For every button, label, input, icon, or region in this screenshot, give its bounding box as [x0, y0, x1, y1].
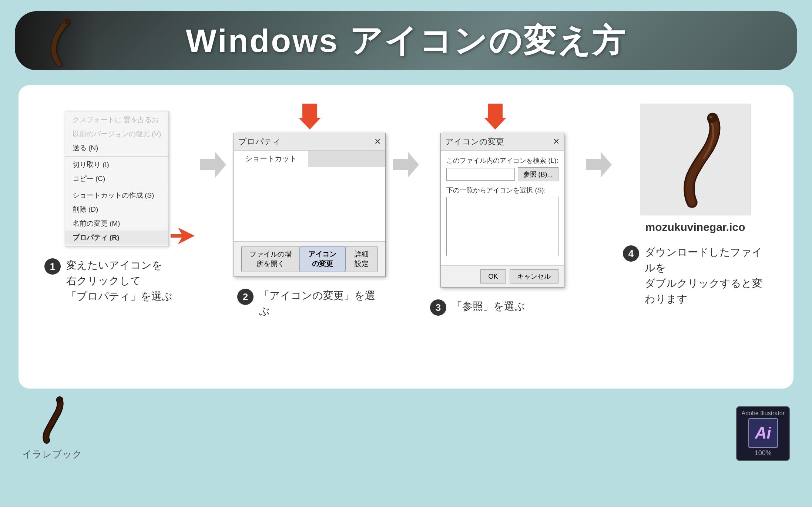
step-1-wrapper: クスフォートに 置を占るお 以前のバージョンの復元 (V) 送る (N) 切り取…: [41, 104, 193, 304]
step-2-description: 「アイコンの変更」を選ぶ: [259, 288, 382, 319]
icon-dialog-footer: OK キャンセル: [441, 265, 564, 287]
icon-dialog-close-button[interactable]: ✕: [553, 137, 560, 147]
red-arrow-down-3: [484, 104, 521, 131]
icon-cancel-button[interactable]: キャンセル: [510, 269, 558, 283]
context-menu-item: 名前の変更 (M): [65, 216, 169, 231]
result-image: [640, 104, 751, 215]
red-arrow-indicator: [171, 228, 195, 246]
steps-row: クスフォートに 置を占るお 以前のバージョンの復元 (V) 送る (N) 切り取…: [41, 104, 771, 370]
context-menu-item: 送る (N): [65, 141, 169, 155]
icon-dialog-titlebar: アイコンの変更 ✕: [441, 133, 564, 151]
header-banner: Windows アイコンの変え方: [15, 11, 797, 70]
icon-dialog-title: アイコンの変更: [445, 136, 504, 147]
dialog-footer: ファイルの場所を開く アイコンの変更 詳細設定: [234, 241, 385, 276]
dialog-titlebar: プロパティ ✕: [234, 133, 385, 151]
step-4-label-row: 4 ダウンロードしたファイルをダブルクリックすると変わります: [619, 245, 771, 307]
page-title: Windows アイコンの変え方: [186, 19, 626, 63]
step-2-label-row: 2 「アイコンの変更」を選ぶ: [234, 288, 386, 319]
context-menu-item: コピー (C): [65, 172, 169, 186]
ai-icon-text: Ai: [755, 424, 771, 442]
step-3-label-row: 3 「参照」を選ぶ: [426, 299, 578, 316]
page-background: Windows アイコンの変え方 クスフォートに 置を占るお 以前のバージョンの…: [0, 0, 812, 507]
details-button[interactable]: 詳細設定: [345, 246, 378, 272]
svg-marker-1: [171, 228, 195, 244]
svg-marker-3: [299, 104, 321, 130]
icon-list-label: 下の一覧からアイコンを選択 (S):: [446, 186, 558, 195]
shortcut-tab[interactable]: ショートカット: [234, 151, 308, 167]
context-menu-item: ショートカットの作成 (S): [65, 188, 169, 202]
step-1-label-row: 1 変えたいアイコンを右クリックして「プロパティ」を選ぶ: [41, 258, 193, 304]
open-location-button[interactable]: ファイルの場所を開く: [241, 246, 300, 272]
step-3-wrapper: アイコンの変更 ✕ このファイル内のアイコンを検索 (L): 参照 (B)...…: [426, 104, 578, 316]
step-arrow-1: [193, 152, 234, 178]
context-menu-item: 切り取り (I): [65, 158, 169, 172]
bottom-section: イラレブック Adobe Illustrator Ai 100%: [15, 389, 797, 464]
dialog-close-button[interactable]: ✕: [374, 137, 381, 147]
ai-badge: Adobe Illustrator Ai 100%: [736, 406, 790, 461]
step-1-description: 変えたいアイコンを右クリックして「プロパティ」を選ぶ: [66, 258, 172, 304]
properties-menu-item[interactable]: プロパティ (R): [65, 231, 169, 245]
ai-badge-percent: 100%: [741, 449, 785, 457]
step-1-badge: 1: [44, 258, 61, 275]
svg-marker-6: [586, 152, 612, 178]
result-filename: mozukuvinegar.ico: [645, 221, 745, 234]
menu-separator: [65, 187, 169, 187]
context-menu: クスフォートに 置を占るお 以前のバージョンの復元 (V) 送る (N) 切り取…: [65, 111, 169, 246]
svg-marker-4: [393, 152, 419, 178]
icon-search-label: このファイル内のアイコンを検索 (L):: [446, 156, 558, 165]
step-2-badge: 2: [237, 289, 254, 305]
main-content-area: クスフォートに 置を占るお 以前のバージョンの復元 (V) 送る (N) 切り取…: [19, 85, 793, 389]
red-arrow-down-2: [299, 104, 321, 131]
icon-search-input[interactable]: [446, 168, 514, 181]
ai-badge-label: Adobe Illustrator: [741, 410, 785, 417]
step-4-badge: 4: [623, 245, 639, 262]
step-arrow-3: [578, 152, 619, 178]
dialog-title: プロパティ: [238, 136, 281, 147]
svg-marker-2: [200, 152, 226, 178]
svg-marker-5: [484, 104, 506, 130]
menu-separator: [65, 156, 169, 157]
svg-point-8: [709, 116, 712, 118]
step-2-wrapper: プロパティ ✕ ショートカット ファイルの場所を開く アイコンの変更 詳細設定: [234, 104, 386, 319]
step-4-wrapper: mozukuvinegar.ico 4 ダウンロードしたファイルをダブルクリック…: [619, 104, 771, 307]
context-menu-item: 以前のバージョンの復元 (V): [65, 127, 169, 141]
browse-button[interactable]: 参照 (B)...: [518, 167, 558, 181]
icon-change-dialog: アイコンの変更 ✕ このファイル内のアイコンを検索 (L): 参照 (B)...…: [440, 133, 564, 288]
bottom-left: イラレブック: [22, 396, 82, 461]
context-menu-item: クスフォートに 置を占るお: [65, 113, 169, 127]
icon-list-area: [446, 197, 558, 256]
header-worm-image: [30, 15, 85, 70]
icon-search-row: 参照 (B)...: [446, 167, 558, 181]
context-menu-item: 削除 (D): [65, 202, 169, 216]
step-arrow-2: [386, 152, 426, 178]
brand-name: イラレブック: [22, 448, 82, 461]
step-3-badge: 3: [430, 299, 446, 316]
step-3-description: 「参照」を選ぶ: [452, 299, 525, 314]
dialog-body: [234, 167, 385, 241]
change-icon-button[interactable]: アイコンの変更: [300, 246, 345, 272]
icon-ok-button[interactable]: OK: [480, 269, 506, 283]
dialog-tab-bar: ショートカット: [234, 151, 385, 167]
properties-dialog: プロパティ ✕ ショートカット ファイルの場所を開く アイコンの変更 詳細設定: [234, 133, 386, 277]
icon-dialog-body: このファイル内のアイコンを検索 (L): 参照 (B)... 下の一覧からアイコ…: [441, 151, 564, 265]
step-4-description: ダウンロードしたファイルをダブルクリックすると変わります: [645, 245, 768, 307]
ai-badge-icon: Ai: [748, 418, 778, 448]
